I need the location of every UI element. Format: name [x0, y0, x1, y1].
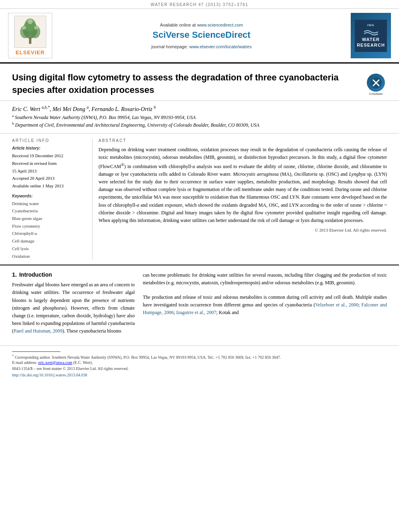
revised-label: Received in revised form [12, 161, 57, 166]
keyword-flow-cytometry: Flow cytometry [12, 222, 86, 230]
authors-line: Eric C. Wert a,b,*, Mei Mei Dong a, Fern… [12, 105, 387, 113]
elsevier-logo: ELSEVIER [8, 13, 52, 58]
introduction-title: 1. Introduction [12, 271, 135, 278]
keywords-label: Keywords: [12, 194, 86, 198]
crossmark-icon [370, 77, 382, 89]
email-link[interactable]: eric.wert@snwa.com [38, 360, 72, 365]
intro-left-paragraph: Freshwater algal blooms have emerged as … [12, 281, 135, 335]
article-title: Using digital flow cytometry to assess t… [12, 72, 361, 97]
revised-date: 15 April 2013 [12, 168, 37, 173]
intro-right-paragraph-2: The production and release of toxic and … [143, 294, 387, 317]
toxin-word: toxin [179, 302, 189, 308]
section-title: Introduction [19, 271, 52, 278]
water-research-logo: IWA WATERRESEARCH [351, 13, 391, 58]
crossmark-logo[interactable]: CrossMark [365, 74, 387, 95]
sciencedirect-link[interactable]: www.sciencedirect.com [197, 23, 243, 27]
main-body: 1. Introduction Freshwater algal blooms … [0, 265, 399, 341]
elsevier-text: ELSEVIER [16, 49, 45, 55]
header-section: ELSEVIER Available online at www.science… [0, 9, 399, 64]
available-online-date: Available online 1 May 2013 [12, 183, 64, 188]
svg-point-5 [22, 26, 26, 30]
article-dates: Received 19 December 2012 Received in re… [12, 152, 86, 189]
doi-line: http://dx.doi.org/10.1016/j.watres.2013.… [12, 372, 387, 378]
keyword-cell-damage: Cell damage [12, 237, 86, 245]
water-research-title: WATERRESEARCH [357, 37, 385, 48]
email-note: E-mail address: eric.wert@snwa.com (E.C.… [12, 360, 387, 365]
sciverse-title: SciVerse ScienceDirect [152, 30, 250, 40]
keywords-section: Keywords: Drinking water Cyanobacteria B… [12, 194, 86, 260]
available-online: Available online at www.sciencedirect.co… [160, 23, 243, 27]
body-left: 1. Introduction Freshwater algal blooms … [12, 271, 135, 335]
journal-bar: WATER RESEARCH 47 (2013) 3752–3761 [0, 0, 399, 9]
article-info-heading: ARTICLE INFO [12, 138, 86, 143]
keyword-cyanobacteria: Cyanobacteria [12, 207, 86, 215]
intro-right-paragraph-1: can become problematic for drinking wate… [143, 271, 387, 287]
affiliation-a: a Southern Nevada Water Authority (SNWA)… [12, 114, 387, 121]
article-history-label: Article history: [12, 146, 86, 150]
elsevier-tree-image [14, 16, 46, 48]
affiliation-b: b Department of Civil, Environmental and… [12, 121, 387, 128]
keyword-blue-green: Blue-green algae [12, 215, 86, 222]
keyword-chlorophyll: Chlorophyll-a [12, 230, 86, 237]
abstract-column: ABSTRACT Depending on drinking water tre… [93, 138, 387, 260]
accepted-date: Accepted 20 April 2013 [12, 176, 54, 181]
footnote-separator [12, 351, 60, 352]
crossmark-text: CrossMark [365, 92, 387, 95]
issn-line: 0043-1354/$ – see front matter © 2013 El… [12, 366, 387, 372]
journal-bar-text: WATER RESEARCH 47 (2013) 3752–3761 [151, 2, 249, 7]
svg-rect-0 [29, 38, 31, 44]
corresponding-author-note: * Corresponding author. Southern Nevada … [12, 354, 387, 359]
journal-homepage: journal homepage: www.elsevier.com/locat… [151, 44, 251, 49]
svg-point-7 [28, 19, 33, 24]
doi-link[interactable]: http://dx.doi.org/10.1016/j.watres.2013.… [12, 373, 87, 377]
water-waves-icon [364, 28, 378, 36]
abstract-text: Depending on drinking water treatment co… [99, 146, 387, 224]
keyword-oxidation: Oxidation [12, 253, 86, 260]
keyword-drinking-water: Drinking water [12, 200, 86, 207]
crossmark-circle [367, 74, 385, 92]
title-section: Using digital flow cytometry to assess t… [0, 64, 399, 101]
svg-point-6 [34, 26, 38, 30]
footer-section: * Corresponding author. Southern Nevada … [0, 345, 399, 382]
keyword-cell-lysis: Cell lysis [12, 245, 86, 253]
abstract-heading: ABSTRACT [99, 138, 387, 143]
copyright-line: © 2013 Elsevier Ltd. All rights reserved… [99, 228, 387, 232]
izaguirre-ref[interactable]: Izaguirre et al., 2007 [176, 310, 216, 315]
journal-url[interactable]: www.elsevier.com/locate/watres [189, 44, 251, 49]
authors-section: Eric C. Wert a,b,*, Mei Mei Dong a, Fern… [0, 101, 399, 134]
article-info-abstract-section: ARTICLE INFO Article history: Received 1… [0, 134, 399, 265]
section-number: 1. [12, 271, 17, 278]
header-middle: Available online at www.sciencedirect.co… [56, 13, 347, 58]
paerl-ref[interactable]: Paerl and Huisman, 2009 [14, 328, 62, 334]
velzeboer-ref[interactable]: Velzeboer et al., 2000 [315, 302, 358, 308]
article-info-column: ARTICLE INFO Article history: Received 1… [12, 138, 93, 260]
body-right: can become problematic for drinking wate… [143, 271, 387, 335]
tree-svg [16, 18, 44, 46]
received-date: Received 19 December 2012 [12, 153, 63, 158]
